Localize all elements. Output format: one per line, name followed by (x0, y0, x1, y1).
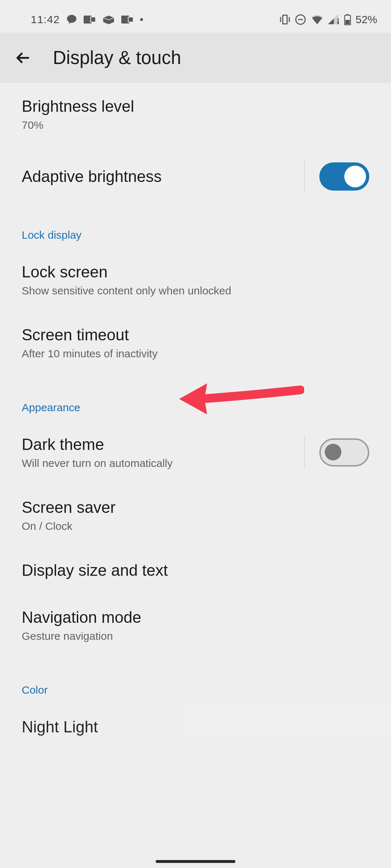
setting-subtitle: Gesture navigation (22, 630, 369, 642)
setting-display-size-text[interactable]: Display size and text (0, 547, 391, 594)
outlook-icon (84, 14, 96, 25)
box-icon (102, 14, 115, 25)
svg-point-0 (67, 15, 76, 23)
svg-rect-15 (346, 14, 349, 16)
status-right: 52% (279, 13, 377, 26)
setting-navigation-mode[interactable]: Navigation mode Gesture navigation (0, 594, 391, 657)
setting-title: Night Light (22, 718, 369, 736)
setting-title: Navigation mode (22, 608, 369, 626)
status-left: 11:42 (31, 13, 143, 26)
divider (304, 436, 305, 469)
setting-screen-saver[interactable]: Screen saver On / Clock (0, 484, 391, 547)
setting-title: Brightness level (22, 97, 369, 115)
section-header-color: Color (0, 657, 391, 703)
setting-adaptive-brightness[interactable]: Adaptive brightness (0, 146, 391, 207)
setting-subtitle: 70% (22, 119, 369, 131)
setting-title: Dark theme (22, 435, 304, 454)
svg-rect-7 (283, 15, 287, 24)
divider (304, 160, 305, 193)
signal-icon (328, 14, 340, 25)
dark-theme-toggle[interactable] (319, 438, 369, 467)
vibrate-icon (279, 14, 290, 25)
setting-brightness-level[interactable]: Brightness level 70% (0, 83, 391, 146)
setting-title: Lock screen (22, 263, 369, 281)
section-header-lock-display: Lock display (0, 207, 391, 248)
section-header-appearance: Appearance (0, 374, 391, 421)
setting-subtitle: On / Clock (22, 520, 369, 532)
svg-rect-16 (345, 20, 350, 25)
gesture-nav-indicator[interactable] (156, 860, 235, 863)
battery-icon (344, 14, 351, 25)
outlook-icon (121, 14, 134, 25)
svg-rect-3 (91, 17, 95, 22)
settings-content: Brightness level 70% Adaptive brightness… (0, 83, 391, 736)
setting-dark-theme[interactable]: Dark theme Will never turn on automatica… (0, 421, 391, 484)
setting-night-light[interactable]: Night Light (0, 703, 391, 736)
arrow-left-icon (14, 50, 31, 66)
dnd-icon (295, 14, 306, 25)
status-bar: 11:42 52% (0, 0, 391, 33)
page-title: Display & touch (53, 47, 181, 68)
setting-title: Screen saver (22, 498, 369, 516)
battery-text: 52% (356, 13, 377, 26)
more-notifications-icon (140, 18, 143, 21)
setting-subtitle: Will never turn on automatically (22, 457, 304, 469)
app-bar: Display & touch (0, 33, 391, 83)
back-button[interactable] (14, 50, 31, 66)
setting-title: Screen timeout (22, 326, 369, 344)
svg-rect-12 (337, 21, 339, 24)
svg-point-13 (337, 18, 339, 20)
adaptive-brightness-toggle[interactable] (319, 162, 369, 191)
setting-title: Display size and text (22, 561, 369, 579)
wifi-icon (311, 14, 324, 25)
setting-title: Adaptive brightness (22, 167, 304, 186)
chat-icon (66, 14, 77, 25)
setting-screen-timeout[interactable]: Screen timeout After 10 minutes of inact… (0, 311, 391, 374)
setting-subtitle: Show sensitive content only when unlocke… (22, 285, 369, 297)
setting-lock-screen[interactable]: Lock screen Show sensitive content only … (0, 248, 391, 311)
svg-rect-6 (129, 17, 133, 22)
status-clock: 11:42 (31, 13, 60, 26)
setting-subtitle: After 10 minutes of inactivity (22, 348, 369, 360)
